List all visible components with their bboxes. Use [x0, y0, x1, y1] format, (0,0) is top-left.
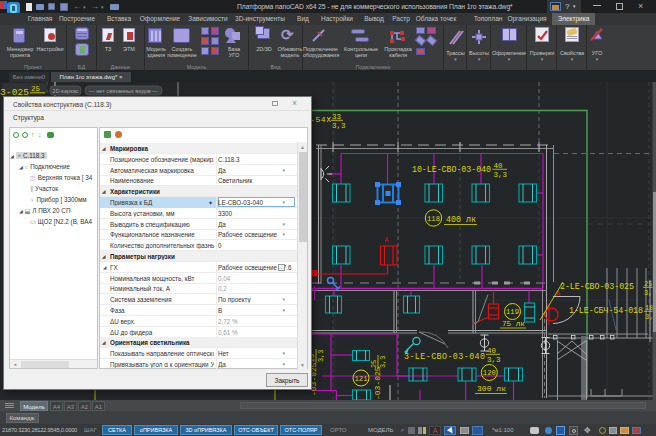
svg-text:3,3: 3,3 [332, 122, 346, 130]
svg-text:300 лк: 300 лк [477, 384, 506, 393]
svg-text:25: 25 [644, 280, 652, 288]
svg-text:119: 119 [506, 308, 519, 316]
svg-text:25: 25 [370, 360, 378, 368]
svg-text:3,3: 3,3 [494, 171, 508, 179]
svg-text:3,3: 3,3 [317, 350, 325, 362]
svg-text:400 лк: 400 лк [446, 215, 476, 224]
svg-text:2D-каркас: 2D-каркас [52, 88, 78, 94]
svg-text:120: 120 [483, 369, 496, 377]
svg-text:121: 121 [355, 375, 368, 383]
svg-text:25: 25 [31, 85, 41, 93]
svg-text:2-LE-CBO-03-025: 2-LE-CBO-03-025 [560, 282, 634, 291]
svg-text:-54X: -54X [310, 115, 331, 124]
svg-text:3,3: 3,3 [379, 356, 387, 368]
svg-text:А: А [385, 236, 390, 244]
svg-text:1-LE-СБЧ-54-018: 1-LE-СБЧ-54-018 [569, 306, 643, 315]
svg-text:40: 40 [487, 347, 497, 355]
svg-text:40: 40 [494, 162, 504, 170]
svg-text:-03-025: -03-025 [373, 366, 382, 400]
svg-text:33: 33 [332, 113, 342, 121]
svg-text:3,3: 3,3 [487, 356, 501, 364]
svg-text:— нет связанных видов —: — нет связанных видов — [89, 88, 158, 94]
svg-text:10-LE-CBO-03-040: 10-LE-CBO-03-040 [412, 165, 491, 174]
svg-text:3-LE-CBO-03-040: 3-LE-CBO-03-040 [404, 352, 485, 361]
svg-text:118: 118 [427, 215, 440, 223]
svg-text:75 лк: 75 лк [502, 320, 525, 328]
svg-text:18: 18 [645, 304, 653, 312]
